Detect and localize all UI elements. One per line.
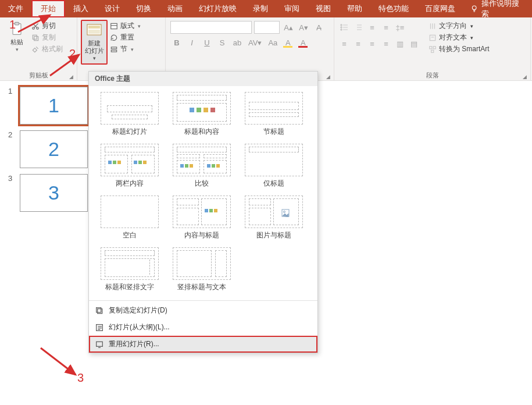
content-icons-icon bbox=[190, 108, 215, 118]
decrease-indent-button[interactable]: ≡ bbox=[366, 21, 379, 34]
underline-button[interactable]: U bbox=[201, 36, 213, 49]
layout-title-slide[interactable]: 标题幻灯片 bbox=[94, 92, 166, 137]
highlight-button[interactable]: A bbox=[281, 36, 294, 49]
char-spacing-button[interactable]: AV▾ bbox=[246, 36, 264, 49]
layout-vertical-title-text[interactable]: 竖排标题与文本 bbox=[166, 247, 238, 292]
align-text-button[interactable]: 对齐文本▾ bbox=[429, 33, 490, 42]
align-left-button[interactable]: ≡ bbox=[338, 37, 351, 50]
line-spacing-button[interactable]: ‡≡ bbox=[394, 21, 406, 34]
italic-button[interactable]: I bbox=[185, 36, 198, 49]
ribbon-tab-baidu[interactable]: 百度网盘 bbox=[417, 0, 463, 17]
paste-button[interactable]: 粘贴 ▾ bbox=[3, 20, 30, 55]
slide-thumbnail[interactable]: 1 bbox=[20, 87, 88, 125]
ribbon-tab-insert[interactable]: 插入 bbox=[65, 0, 97, 17]
bullets-button[interactable] bbox=[338, 21, 351, 34]
ribbon-tab-review[interactable]: 审阅 bbox=[276, 0, 308, 17]
layout-button[interactable]: 版式▾ bbox=[110, 21, 141, 31]
thumbnail-row[interactable]: 1 1 bbox=[0, 84, 90, 128]
smartart-button[interactable]: 转换为 SmartArt bbox=[429, 44, 490, 54]
slide-thumbnail[interactable]: 2 bbox=[20, 130, 88, 168]
ribbon-tab-help[interactable]: 帮助 bbox=[339, 0, 370, 17]
svg-rect-42 bbox=[212, 164, 215, 168]
annotation-2: 2 bbox=[69, 47, 76, 61]
slide-thumbnail-pane[interactable]: 1 1 2 2 3 3 bbox=[0, 81, 90, 405]
ribbon-tab-features[interactable]: 特色功能 bbox=[370, 0, 417, 17]
reset-icon bbox=[110, 34, 118, 42]
content-icons-icon bbox=[205, 209, 222, 216]
align-center-button[interactable]: ≡ bbox=[352, 37, 365, 50]
ribbon-tab-home[interactable]: 开始 bbox=[31, 0, 65, 17]
layout-comparison[interactable]: 比较 bbox=[166, 144, 238, 189]
layout-content-with-caption[interactable]: 内容与标题 bbox=[166, 196, 238, 240]
text-direction-icon bbox=[429, 22, 437, 30]
svg-rect-28 bbox=[190, 108, 194, 112]
scissors-icon bbox=[31, 22, 40, 30]
cut-button[interactable]: 剪切 bbox=[31, 21, 63, 31]
thumbnail-row[interactable]: 2 2 bbox=[0, 128, 90, 172]
tell-me-search[interactable]: 操作说明搜索 bbox=[463, 0, 532, 17]
increase-indent-button[interactable]: ≡ bbox=[380, 21, 392, 34]
menu-reuse-slides[interactable]: 重用幻灯片(R)... bbox=[89, 336, 317, 353]
ribbon-tab-record[interactable]: 录制 bbox=[245, 0, 276, 17]
numbering-button[interactable] bbox=[352, 21, 365, 34]
svg-rect-26 bbox=[433, 46, 435, 48]
svg-point-14 bbox=[341, 24, 342, 26]
bold-button[interactable]: B bbox=[170, 36, 183, 49]
svg-rect-30 bbox=[203, 108, 208, 112]
section-button[interactable]: 节▾ bbox=[110, 44, 141, 54]
clipboard-dialog-launcher-icon[interactable]: ◢ bbox=[69, 74, 73, 80]
svg-rect-29 bbox=[197, 108, 201, 112]
ribbon-tab-design[interactable]: 设计 bbox=[97, 0, 128, 17]
font-color-button[interactable]: A bbox=[297, 36, 309, 49]
svg-rect-25 bbox=[430, 46, 432, 48]
distribute-button[interactable]: ▤ bbox=[408, 37, 420, 50]
columns-button[interactable]: ▥ bbox=[394, 37, 406, 50]
svg-rect-31 bbox=[210, 108, 215, 112]
font-dialog-launcher-icon[interactable]: ◢ bbox=[326, 74, 330, 80]
ribbon-tab-transitions[interactable]: 切换 bbox=[128, 0, 159, 17]
svg-rect-23 bbox=[430, 35, 435, 40]
new-slide-button[interactable]: 新建 幻灯片 ▾ bbox=[81, 20, 108, 65]
annotation-1: 1 bbox=[9, 18, 16, 31]
justify-button[interactable]: ≡ bbox=[380, 37, 392, 50]
ribbon-tab-view[interactable]: 视图 bbox=[308, 0, 339, 17]
svg-rect-35 bbox=[134, 161, 137, 164]
paragraph-dialog-launcher-icon[interactable]: ◢ bbox=[523, 74, 527, 80]
ribbon-tab-slideshow[interactable]: 幻灯片放映 bbox=[191, 0, 245, 17]
layout-blank[interactable]: 空白 bbox=[94, 196, 166, 240]
lightbulb-icon bbox=[470, 5, 478, 13]
svg-point-15 bbox=[341, 27, 342, 29]
ribbon-tabs: 文件 开始 插入 设计 切换 动画 幻灯片放映 录制 审阅 视图 帮助 特色功能… bbox=[0, 0, 532, 17]
ribbon-tab-animations[interactable]: 动画 bbox=[159, 0, 191, 17]
ribbon-tab-file[interactable]: 文件 bbox=[0, 0, 31, 17]
thumb-index: 3 bbox=[8, 174, 16, 183]
format-painter-button[interactable]: 格式刷 bbox=[31, 44, 63, 54]
content-icons-icon bbox=[108, 161, 126, 166]
increase-font-icon[interactable]: A▴ bbox=[282, 21, 295, 34]
menu-slides-from-outline[interactable]: 幻灯片(从大纲)(L)... bbox=[89, 319, 317, 336]
decrease-font-icon[interactable]: A▾ bbox=[297, 21, 310, 34]
menu-duplicate-slides[interactable]: 复制选定幻灯片(D) bbox=[89, 302, 317, 319]
paste-label: 粘贴 bbox=[10, 38, 23, 46]
strike-button[interactable]: S bbox=[216, 36, 228, 49]
font-name-combo[interactable] bbox=[170, 21, 252, 34]
layout-title-only[interactable]: 仅标题 bbox=[238, 144, 310, 189]
svg-rect-34 bbox=[117, 161, 121, 164]
align-right-button[interactable]: ≡ bbox=[366, 37, 379, 50]
annotation-3: 3 bbox=[77, 371, 84, 385]
layout-picture-with-caption[interactable]: 图片与标题 bbox=[238, 196, 310, 240]
reset-button[interactable]: 重置 bbox=[110, 33, 141, 42]
svg-point-16 bbox=[341, 29, 342, 31]
thumbnail-row[interactable]: 3 3 bbox=[0, 172, 90, 215]
layout-title-vertical-text[interactable]: 标题和竖排文字 bbox=[94, 247, 166, 292]
layout-title-and-content[interactable]: 标题和内容 bbox=[166, 92, 238, 137]
text-direction-button[interactable]: 文字方向▾ bbox=[429, 21, 490, 31]
shadow-button[interactable]: ab bbox=[231, 36, 244, 49]
slide-thumbnail[interactable]: 3 bbox=[20, 174, 88, 212]
layout-two-content[interactable]: 两栏内容 bbox=[94, 144, 166, 189]
font-size-combo[interactable] bbox=[254, 21, 280, 34]
clear-formatting-icon[interactable]: A̶ bbox=[312, 21, 325, 34]
copy-button[interactable]: 复制 bbox=[31, 33, 63, 42]
layout-section-header[interactable]: 节标题 bbox=[238, 92, 310, 137]
change-case-button[interactable]: Aa bbox=[266, 36, 279, 49]
